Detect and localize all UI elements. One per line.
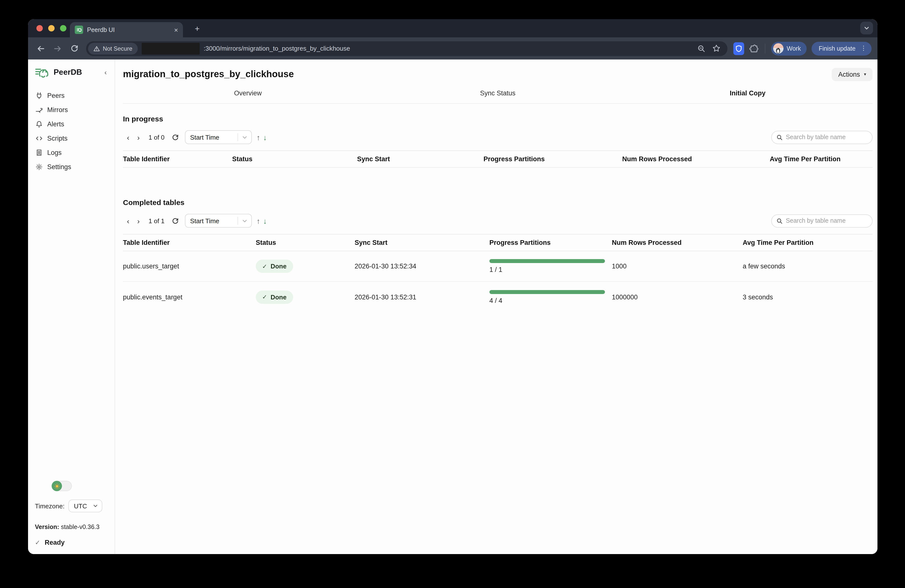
status-row: ✓ Ready	[35, 539, 109, 546]
sidebar-item-scripts[interactable]: Scripts	[35, 133, 109, 144]
theme-toggle[interactable]	[52, 481, 72, 491]
completed-section: Completed tables ‹ › 1 of 1 Start Time	[123, 198, 873, 312]
tab-sync-status[interactable]: Sync Status	[373, 89, 623, 97]
search-box[interactable]	[771, 214, 873, 227]
browser-tabstrip: Peerdb UI × +	[28, 19, 878, 37]
timezone-select[interactable]: UTC	[68, 499, 102, 512]
address-bar[interactable]: Not Secure :3000/mirrors/migration_to_po…	[86, 41, 727, 56]
mirror-tabs: Overview Sync Status Initial Copy	[123, 83, 873, 104]
check-icon: ✓	[262, 263, 267, 269]
completed-table-header: Table Identifier Status Sync Start Progr…	[123, 234, 873, 251]
in-progress-heading: In progress	[123, 114, 873, 123]
close-window-button[interactable]	[37, 25, 43, 32]
zoom-window-button[interactable]	[60, 25, 67, 32]
sidebar-item-label: Logs	[47, 149, 62, 156]
version-value: stable-v0.36.3	[61, 524, 100, 531]
plug-icon	[35, 92, 43, 99]
code-icon	[35, 135, 43, 142]
tab-search-button[interactable]	[860, 22, 873, 35]
sync-start: 2026-01-30 13:52:34	[355, 263, 489, 270]
bookmark-star-icon[interactable]	[712, 44, 720, 52]
profile-label: Work	[787, 45, 801, 52]
status-label: Ready	[45, 539, 65, 546]
in-progress-table-header: Table Identifier Status Sync Start Progr…	[123, 151, 873, 168]
not-secure-chip[interactable]: Not Secure	[88, 43, 138, 54]
profile-chip[interactable]: Work	[771, 41, 807, 55]
refresh-button[interactable]	[171, 217, 179, 224]
search-input[interactable]	[786, 217, 867, 224]
avg-time-per-partition: a few seconds	[743, 263, 873, 270]
next-page-button[interactable]: ›	[133, 133, 144, 141]
status-badge: ✓ Done	[256, 290, 293, 304]
extensions-puzzle-icon[interactable]	[749, 43, 759, 53]
sidebar-item-label: Settings	[47, 163, 71, 171]
sort-by-select[interactable]: Start Time	[185, 130, 252, 144]
tab-overview[interactable]: Overview	[123, 89, 373, 97]
sidebar-nav: Peers Mirrors Alerts Scripts	[35, 90, 109, 172]
prev-page-button[interactable]: ‹	[123, 133, 133, 141]
sidebar-bottom: Timezone: UTC Version: stable-v0.36.3 ✓ …	[35, 481, 109, 546]
sort-descending-button[interactable]: ↓	[263, 217, 267, 225]
browser-window: Peerdb UI × + Not Secure	[28, 19, 878, 554]
table-row: public.users_target ✓ Done 2026-01-30 13…	[123, 251, 873, 282]
mirror-arrows-icon	[35, 106, 43, 114]
timezone-value: UTC	[74, 502, 87, 510]
refresh-button[interactable]	[171, 133, 179, 141]
tab-close-icon[interactable]: ×	[174, 26, 178, 33]
sync-start: 2026-01-30 13:52:31	[355, 293, 489, 301]
back-button[interactable]	[34, 41, 48, 55]
browser-menu-icon[interactable]: ⋮	[861, 46, 867, 52]
next-page-button[interactable]: ›	[133, 217, 144, 225]
chevron-down-icon	[242, 218, 247, 223]
finish-update-button[interactable]: Finish update ⋮	[812, 41, 872, 55]
new-tab-button[interactable]: +	[191, 23, 203, 35]
chevron-down-icon	[93, 504, 98, 508]
reload-button[interactable]	[67, 41, 81, 55]
sort-ascending-button[interactable]: ↑	[257, 133, 260, 141]
progress-bar	[489, 259, 605, 263]
redacted-hostname	[142, 43, 200, 54]
zoom-page-icon[interactable]	[697, 44, 705, 52]
sidebar-item-mirrors[interactable]: Mirrors	[35, 105, 109, 115]
browser-toolbar: Not Secure :3000/mirrors/migration_to_po…	[28, 37, 878, 60]
status-badge: ✓ Done	[256, 260, 293, 273]
sort-ascending-button[interactable]: ↑	[257, 217, 260, 225]
caret-down-icon: ▾	[864, 72, 866, 77]
search-box[interactable]	[771, 130, 873, 144]
sidebar-item-settings[interactable]: Settings	[35, 162, 109, 172]
search-input[interactable]	[786, 134, 867, 141]
check-icon: ✓	[35, 539, 40, 546]
screenshot-stage: Peerdb UI × + Not Secure	[0, 0, 905, 588]
tab-title: Peerdb UI	[87, 26, 170, 33]
sidebar-collapse-icon[interactable]: ‹	[103, 68, 109, 76]
sort-descending-button[interactable]: ↓	[263, 133, 267, 141]
in-progress-empty-body	[123, 168, 873, 196]
table-identifier: public.events_target	[123, 293, 256, 301]
sidebar-item-alerts[interactable]: Alerts	[35, 119, 109, 129]
chevron-down-icon	[242, 135, 247, 140]
sort-by-value: Start Time	[190, 133, 233, 141]
table-row: public.events_target ✓ Done 2026-01-30 1…	[123, 282, 873, 312]
progress-partitions: 1 / 1	[489, 259, 612, 273]
sun-icon	[54, 483, 60, 489]
browser-tab-peerdb[interactable]: Peerdb UI ×	[70, 22, 183, 37]
page-count: 1 of 1	[149, 217, 165, 224]
peerdb-favicon-icon	[75, 25, 83, 34]
sort-by-select[interactable]: Start Time	[185, 214, 252, 228]
log-receipt-icon	[35, 149, 43, 156]
password-extension-icon[interactable]	[733, 42, 744, 55]
peerdb-logo-icon	[35, 66, 50, 79]
sidebar-item-logs[interactable]: Logs	[35, 147, 109, 158]
not-secure-label: Not Secure	[103, 45, 132, 52]
url-text: :3000/mirrors/migration_to_postgres_by_c…	[204, 45, 693, 52]
forward-button[interactable]	[51, 41, 64, 55]
window-controls	[37, 25, 67, 32]
tab-initial-copy[interactable]: Initial Copy	[623, 89, 873, 97]
prev-page-button[interactable]: ‹	[123, 217, 133, 225]
sidebar-item-peers[interactable]: Peers	[35, 90, 109, 101]
toolbar-separator	[765, 43, 765, 53]
actions-button[interactable]: Actions ▾	[832, 68, 873, 81]
minimize-window-button[interactable]	[48, 25, 55, 32]
sidebar: PeerDB ‹ Peers Mirrors Alerts	[28, 60, 115, 554]
completed-heading: Completed tables	[123, 198, 873, 206]
